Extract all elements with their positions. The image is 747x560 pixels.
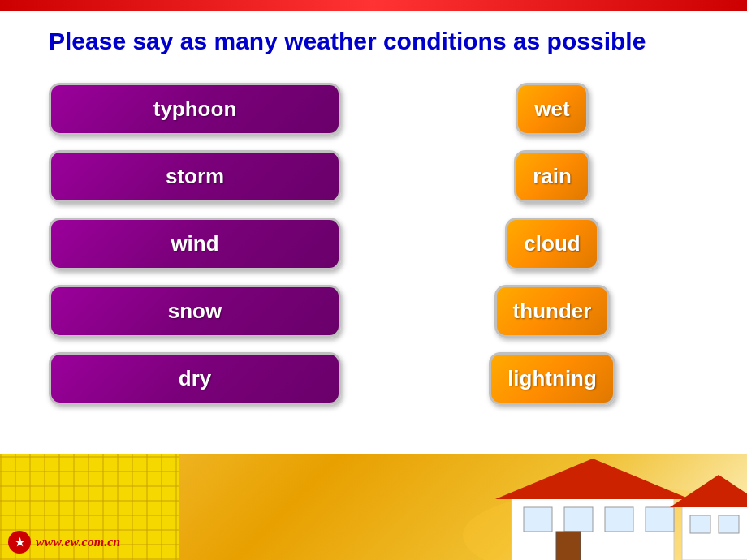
svg-rect-5 xyxy=(605,507,633,532)
house-illustration xyxy=(382,454,747,560)
svg-rect-3 xyxy=(524,507,552,532)
word-btn-snow[interactable]: snow xyxy=(49,285,341,338)
svg-rect-11 xyxy=(719,515,739,533)
svg-rect-4 xyxy=(564,507,593,532)
top-bar xyxy=(0,0,747,11)
word-btn-typhoon[interactable]: typhoon xyxy=(49,83,341,136)
svg-rect-7 xyxy=(556,532,581,560)
word-btn-storm[interactable]: storm xyxy=(49,150,341,203)
word-btn-cloud[interactable]: cloud xyxy=(505,218,598,270)
words-grid: typhoonwetstormrainwindcloudsnowthunderd… xyxy=(49,83,698,405)
word-btn-thunder[interactable]: thunder xyxy=(494,285,611,338)
svg-marker-2 xyxy=(495,459,690,499)
word-btn-wet[interactable]: wet xyxy=(516,83,588,136)
word-btn-dry[interactable]: dry xyxy=(49,352,341,405)
word-btn-rain[interactable]: rain xyxy=(514,150,590,203)
logo-text: www.ew.com.cn xyxy=(36,535,120,549)
word-btn-lightning[interactable]: lightning xyxy=(489,352,615,405)
page-title: Please say as many weather conditions as… xyxy=(49,24,698,58)
word-btn-wind[interactable]: wind xyxy=(49,218,341,270)
logo-icon: ★ xyxy=(8,531,31,554)
logo-symbol: ★ xyxy=(15,536,25,549)
logo-area: ★ www.ew.com.cn xyxy=(8,531,120,554)
svg-rect-10 xyxy=(690,515,710,533)
svg-rect-6 xyxy=(646,507,674,532)
main-content: Please say as many weather conditions as… xyxy=(0,0,747,421)
